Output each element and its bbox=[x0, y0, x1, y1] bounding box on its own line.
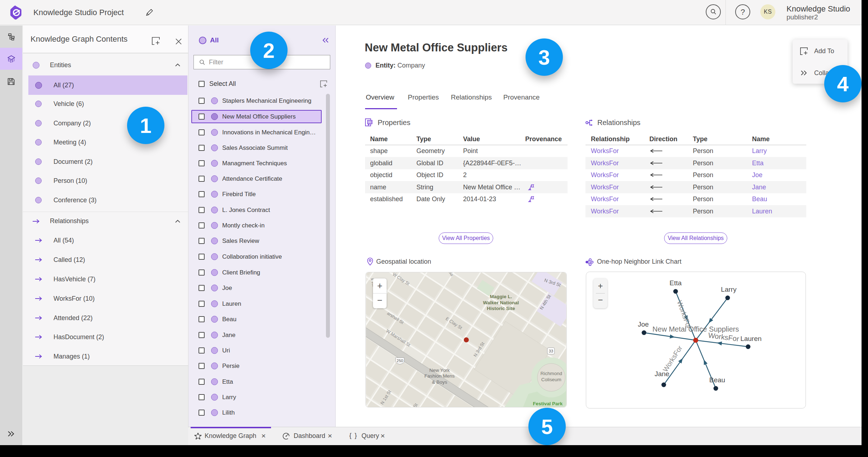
svg-text:Fashion Mens: Fashion Mens bbox=[424, 373, 454, 379]
svg-text:Festival Park: Festival Park bbox=[533, 401, 563, 406]
svg-text:Joe: Joe bbox=[638, 320, 649, 328]
svg-text:Richmond: Richmond bbox=[541, 371, 562, 376]
svg-text:Etta: Etta bbox=[669, 279, 682, 287]
svg-text:& Boys: & Boys bbox=[432, 379, 447, 385]
svg-text:New Metal Office Suppliers: New Metal Office Suppliers bbox=[653, 325, 739, 333]
svg-text:Historic Site: Historic Site bbox=[487, 306, 515, 311]
svg-text:Walker National: Walker National bbox=[483, 300, 519, 305]
svg-text:Coliseum: Coliseum bbox=[541, 377, 561, 382]
svg-text:Larry: Larry bbox=[721, 286, 737, 293]
svg-text:33: 33 bbox=[549, 349, 553, 353]
svg-text:Maggie L.: Maggie L. bbox=[490, 294, 512, 299]
svg-text:Lauren: Lauren bbox=[740, 335, 761, 342]
svg-text:250: 250 bbox=[397, 359, 403, 363]
svg-text:Beau: Beau bbox=[709, 376, 725, 384]
svg-text:New York: New York bbox=[429, 368, 450, 373]
